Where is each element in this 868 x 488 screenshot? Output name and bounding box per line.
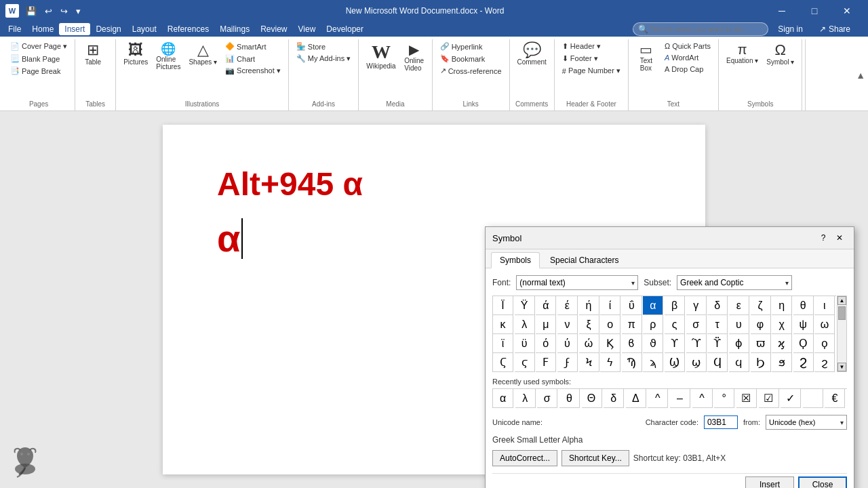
- symbol-cell-12[interactable]: ζ: [751, 296, 771, 315]
- equation-button[interactable]: π Equation ▾: [723, 41, 762, 66]
- minimize-button[interactable]: ─: [766, 0, 797, 22]
- wikipedia-button[interactable]: W Wikipedia: [363, 41, 399, 72]
- screenshot-button[interactable]: 📷 Screenshot ▾: [222, 65, 284, 77]
- cross-reference-button[interactable]: ↗ Cross-reference: [437, 65, 505, 77]
- symbol-cell-48[interactable]: Ϛ: [493, 353, 513, 372]
- from-select[interactable]: Unicode (hex) ▾: [766, 415, 847, 430]
- symbol-cell-61[interactable]: ϧ: [772, 353, 792, 372]
- footer-button[interactable]: ⬇ Footer ▾: [559, 53, 624, 64]
- symbol-cell-49[interactable]: ϛ: [515, 353, 535, 372]
- tell-me-input[interactable]: [633, 22, 768, 36]
- recent-cell-6[interactable]: Δ: [626, 389, 646, 408]
- symbol-cell-0[interactable]: Ï: [493, 296, 513, 315]
- symbol-button[interactable]: Ω Symbol ▾: [763, 41, 797, 68]
- table-button[interactable]: ⊞ Table: [79, 41, 106, 68]
- shortcut-key-button[interactable]: Shortcut Key...: [561, 450, 629, 466]
- cover-page-button[interactable]: 📄 Cover Page ▾: [7, 41, 71, 52]
- symbol-cell-23[interactable]: ρ: [643, 315, 663, 334]
- symbol-cell-47[interactable]: ϙ: [814, 334, 835, 353]
- tab-symbols[interactable]: Symbols: [491, 252, 540, 268]
- symbol-cell-8[interactable]: β: [665, 296, 685, 315]
- symbol-cell-36[interactable]: ώ: [579, 334, 599, 353]
- redo-button[interactable]: ↪: [58, 5, 71, 18]
- tell-me-bar[interactable]: 🔍: [633, 22, 768, 36]
- scroll-down-button[interactable]: ▼: [837, 363, 846, 371]
- symbol-cell-30[interactable]: ψ: [793, 315, 814, 334]
- symbol-cell-62[interactable]: Ϩ: [793, 353, 814, 372]
- recent-cell-2[interactable]: σ: [537, 389, 557, 408]
- scroll-up-button[interactable]: ▲: [837, 296, 846, 305]
- menu-home[interactable]: Home: [26, 23, 59, 35]
- store-button[interactable]: 🏪 Store: [293, 41, 354, 52]
- page-break-button[interactable]: 📑 Page Break: [7, 65, 71, 77]
- symbol-cell-56[interactable]: Ϣ: [665, 353, 685, 372]
- dialog-close-x-button[interactable]: ✕: [832, 231, 847, 245]
- symbol-cell-19[interactable]: ν: [557, 315, 578, 334]
- symbol-cell-41[interactable]: ϓ: [686, 334, 707, 353]
- symbol-cell-3[interactable]: έ: [557, 296, 578, 315]
- symbol-cell-50[interactable]: Ϝ: [536, 353, 556, 372]
- menu-file[interactable]: File: [3, 23, 26, 35]
- close-dialog-button[interactable]: Close: [798, 476, 847, 488]
- recent-cell-13[interactable]: ✓: [781, 389, 801, 408]
- symbol-cell-55[interactable]: ϡ: [643, 353, 663, 372]
- symbol-cell-7[interactable]: α: [643, 296, 663, 315]
- recent-cell-1[interactable]: λ: [515, 389, 536, 408]
- autocorrect-button[interactable]: AutoCorrect...: [492, 450, 557, 466]
- symbol-cell-43[interactable]: ϕ: [729, 334, 749, 353]
- symbol-cell-46[interactable]: Ϙ: [793, 334, 814, 353]
- menu-view[interactable]: View: [293, 23, 321, 35]
- symbol-cell-18[interactable]: μ: [536, 315, 556, 334]
- symbol-cell-28[interactable]: φ: [751, 315, 771, 334]
- insert-button[interactable]: Insert: [745, 476, 794, 488]
- symbol-cell-35[interactable]: ύ: [557, 334, 578, 353]
- menu-layout[interactable]: Layout: [127, 23, 162, 35]
- recent-cell-7[interactable]: ^: [648, 389, 668, 408]
- share-button[interactable]: ↗ Share: [812, 22, 857, 36]
- menu-insert[interactable]: Insert: [59, 23, 90, 35]
- symbol-cell-4[interactable]: ή: [579, 296, 599, 315]
- recent-cell-4[interactable]: Θ: [582, 389, 602, 408]
- symbol-cell-6[interactable]: ΰ: [622, 296, 642, 315]
- recent-cell-15[interactable]: €: [825, 389, 845, 408]
- symbol-cell-39[interactable]: ϑ: [643, 334, 663, 353]
- symbol-cell-20[interactable]: ξ: [579, 315, 599, 334]
- symbol-cell-10[interactable]: δ: [707, 296, 728, 315]
- text-box-button[interactable]: ▭ TextBox: [633, 41, 660, 74]
- menu-review[interactable]: Review: [255, 23, 292, 35]
- page-number-button[interactable]: # Page Number ▾: [559, 65, 624, 77]
- maximize-button[interactable]: □: [799, 0, 830, 22]
- undo-button[interactable]: ↩: [42, 5, 55, 18]
- recent-cell-5[interactable]: δ: [604, 389, 624, 408]
- quick-parts-button[interactable]: Ω Quick Parts: [661, 41, 714, 52]
- symbol-cell-37[interactable]: Ϗ: [600, 334, 620, 353]
- symbol-cell-21[interactable]: ο: [600, 315, 620, 334]
- symbol-cell-1[interactable]: Ÿ: [515, 296, 535, 315]
- close-button[interactable]: ✕: [831, 0, 863, 22]
- scroll-thumb[interactable]: [838, 306, 846, 320]
- font-select[interactable]: (normal text) ▾: [516, 275, 638, 290]
- quick-access-dropdown[interactable]: ▾: [73, 5, 83, 18]
- symbol-cell-15[interactable]: ι: [814, 296, 835, 315]
- save-button[interactable]: 💾: [23, 5, 39, 18]
- symbol-cell-38[interactable]: ϐ: [622, 334, 642, 353]
- online-video-button[interactable]: ▶ OnlineVideo: [401, 41, 428, 74]
- ribbon-collapse-button[interactable]: ▲: [856, 70, 865, 81]
- dialog-help-button[interactable]: ?: [816, 231, 831, 245]
- menu-references[interactable]: References: [162, 23, 214, 35]
- menu-developer[interactable]: Developer: [321, 23, 369, 35]
- symbol-cell-60[interactable]: Ϧ: [751, 353, 771, 372]
- symbol-cell-33[interactable]: ϋ: [515, 334, 535, 353]
- recent-cell-12[interactable]: ☑: [759, 389, 779, 408]
- symbol-cell-14[interactable]: θ: [793, 296, 814, 315]
- symbol-cell-16[interactable]: κ: [493, 315, 513, 334]
- bookmark-button[interactable]: 🔖 Bookmark: [437, 53, 505, 64]
- hyperlink-button[interactable]: 🔗 Hyperlink: [437, 41, 505, 52]
- symbol-cell-42[interactable]: ϔ: [707, 334, 728, 353]
- symbol-cell-44[interactable]: ϖ: [751, 334, 771, 353]
- symbol-cell-59[interactable]: ϥ: [729, 353, 749, 372]
- symbol-cell-54[interactable]: Ϡ: [622, 353, 642, 372]
- symbol-cell-24[interactable]: ς: [665, 315, 685, 334]
- my-addins-button[interactable]: 🔧 My Add-ins ▾: [293, 53, 354, 64]
- pictures-button[interactable]: 🖼 Pictures: [120, 41, 151, 68]
